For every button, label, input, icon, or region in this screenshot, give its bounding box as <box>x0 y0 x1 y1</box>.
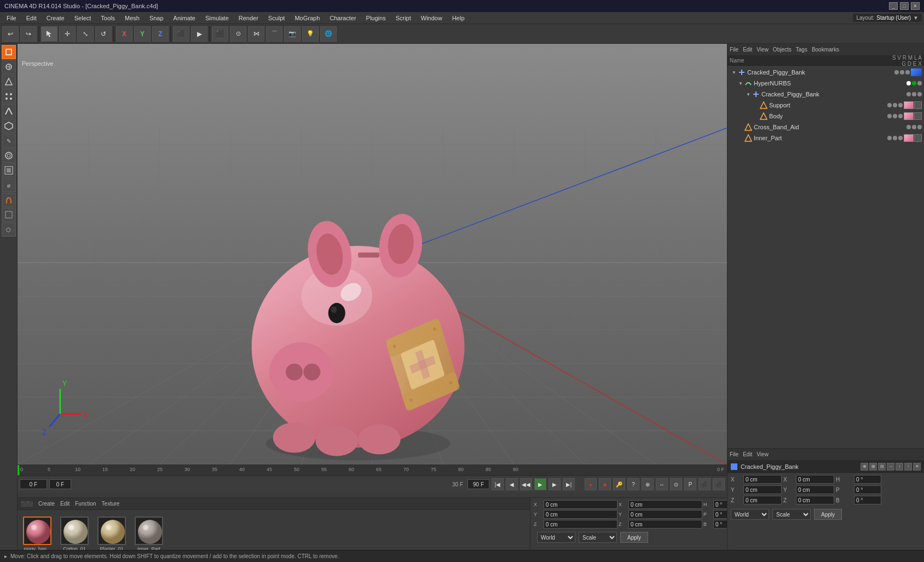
coord-z-val2[interactable] <box>544 520 617 529</box>
menu-mesh[interactable]: Mesh <box>120 14 144 22</box>
close-button[interactable]: ✕ <box>911 2 920 10</box>
tb-spline[interactable]: ⌒ <box>266 26 282 42</box>
y2-input[interactable] <box>796 485 834 494</box>
attr-icon-3[interactable]: ⊟ <box>878 463 886 471</box>
keyframe-last[interactable]: ▶| <box>563 478 575 490</box>
end-frame-input[interactable] <box>467 479 489 489</box>
tool-select-mode[interactable] <box>2 163 16 177</box>
menu-render[interactable]: Render <box>234 14 263 22</box>
tree-row-cpb-child[interactable]: ▼ Cracked_Piggy_Bank <box>727 89 924 100</box>
tool-sculpt-brush[interactable] <box>2 148 16 163</box>
tool-knife[interactable]: ⌀ <box>2 178 16 192</box>
arrow-cpb[interactable]: ▼ <box>745 91 752 98</box>
attr-icon-1[interactable]: ⊕ <box>861 463 868 471</box>
timeline-playhead[interactable] <box>18 465 19 475</box>
select-tool[interactable] <box>41 26 57 42</box>
tool-model[interactable] <box>2 45 16 59</box>
menu-simulate[interactable]: Simulate <box>201 14 233 22</box>
coord-h-val2[interactable] <box>628 500 702 509</box>
apply-button[interactable]: Apply <box>620 532 648 543</box>
attr-view[interactable]: View <box>756 451 769 457</box>
coord-system-select[interactable]: World Object Local <box>537 532 575 543</box>
redo-button[interactable]: ↪ <box>20 26 37 42</box>
apply-btn-right[interactable]: Apply <box>814 509 842 520</box>
mat-edit[interactable]: Edit <box>60 501 70 507</box>
x-pos-input[interactable] <box>743 475 782 484</box>
maximize-button[interactable]: □ <box>900 2 909 10</box>
tool-texture[interactable] <box>2 60 16 74</box>
obj-file[interactable]: File <box>730 47 738 53</box>
tb-nurbs[interactable]: ⊙ <box>230 26 246 42</box>
menu-plugins[interactable]: Plugins <box>362 14 390 22</box>
mat-texture[interactable]: Texture <box>102 501 120 507</box>
material-item-piggy[interactable]: piggy_ban... <box>21 517 54 552</box>
stop-btn[interactable]: ■ <box>599 478 611 490</box>
timeline-btn2[interactable]: ⬛ <box>698 478 711 490</box>
tree-row-hypernurbs[interactable]: ▼ HyperNURBS <box>727 78 924 89</box>
tool-unknown[interactable]: ⬡ <box>2 222 16 237</box>
tb-deform[interactable]: ⋈ <box>248 26 264 42</box>
rotate-tool[interactable]: ↺ <box>95 26 112 42</box>
menu-sculpt[interactable]: Sculpt <box>264 14 290 22</box>
timeline-btn1[interactable]: P <box>684 478 696 490</box>
menu-select[interactable]: Select <box>70 14 96 22</box>
tool-render-region2[interactable] <box>2 208 16 222</box>
attr-icon-4[interactable]: → <box>887 463 894 471</box>
menu-help[interactable]: Help <box>448 14 469 22</box>
world-select[interactable]: World Object <box>731 509 769 520</box>
attr-icon-6[interactable]: ↑ <box>904 463 912 471</box>
menu-animate[interactable]: Animate <box>169 14 200 22</box>
timeline-btn3[interactable]: ⬛ <box>713 478 725 490</box>
menu-window[interactable]: Window <box>417 14 447 22</box>
3d-viewport[interactable]: X Y Z <box>18 44 727 464</box>
tree-row-bandaid[interactable]: ▶ Cross_Band_Aid <box>727 122 924 133</box>
menu-tools[interactable]: Tools <box>96 14 119 22</box>
undo-button[interactable]: ↩ <box>2 26 19 42</box>
menu-create[interactable]: Create <box>42 14 69 22</box>
mat-create[interactable]: Create <box>38 501 55 507</box>
p-input[interactable] <box>854 485 881 494</box>
mat-function[interactable]: Function <box>75 501 96 507</box>
arrow-root[interactable]: ▼ <box>731 69 737 76</box>
obj-tags[interactable]: Tags <box>796 47 807 53</box>
obj-objects[interactable]: Objects <box>773 47 792 53</box>
obj-bookmarks[interactable]: Bookmarks <box>812 47 839 53</box>
obj-edit[interactable]: Edit <box>743 47 752 53</box>
transform-mode-select[interactable]: Scale Move Rotate <box>579 532 617 543</box>
b-input[interactable] <box>854 496 881 504</box>
tool-paint[interactable]: ✎ <box>2 134 16 148</box>
attr-icon-5[interactable]: ↑ <box>896 463 903 471</box>
step-back[interactable]: ◀ <box>506 478 518 490</box>
play-reverse[interactable]: ◀◀ <box>520 478 532 490</box>
tb-scene[interactable]: 🌐 <box>320 26 337 42</box>
z-pos-input[interactable] <box>743 496 782 504</box>
timeline-ruler[interactable]: 0 5 10 15 20 25 30 35 40 45 50 55 60 65 … <box>18 465 727 476</box>
tool-rigging[interactable] <box>2 74 16 89</box>
snap-mode[interactable]: ⊙ <box>670 478 682 490</box>
y-axis[interactable]: Y <box>134 26 151 42</box>
coord-x-val2[interactable] <box>544 500 617 509</box>
render-view[interactable]: ▶ <box>191 26 207 42</box>
tb-camera[interactable]: 📷 <box>284 26 301 42</box>
scale-select[interactable]: Scale Move Rotate <box>772 509 811 520</box>
tool-magnet[interactable] <box>2 193 16 207</box>
attr-edit[interactable]: Edit <box>743 451 752 457</box>
tree-row-root[interactable]: ▼ Cracked_Piggy_Bank <box>727 67 924 78</box>
render-region[interactable]: ⬛ <box>173 26 189 42</box>
step-forward[interactable]: ▶ <box>548 478 561 490</box>
tb-light[interactable]: 💡 <box>302 26 319 42</box>
arrow-nurbs[interactable]: ▼ <box>737 80 744 87</box>
z-axis[interactable]: Z <box>152 26 169 42</box>
minimize-button[interactable]: _ <box>889 2 898 10</box>
tree-row-inner[interactable]: ▶ Inner_Part <box>727 133 924 144</box>
x2-input[interactable] <box>796 475 834 484</box>
timeline-mode[interactable]: ⊕ <box>642 478 654 490</box>
obj-view[interactable]: View <box>756 47 769 53</box>
menu-snap[interactable]: Snap <box>145 14 168 22</box>
x-axis[interactable]: X <box>116 26 132 42</box>
tool-edges[interactable] <box>2 104 16 118</box>
material-item-plaster[interactable]: Plaster_01 <box>95 517 128 552</box>
frame-display[interactable] <box>49 479 71 489</box>
y-pos-input[interactable] <box>743 485 782 494</box>
play-button[interactable]: ▶ <box>534 478 546 490</box>
